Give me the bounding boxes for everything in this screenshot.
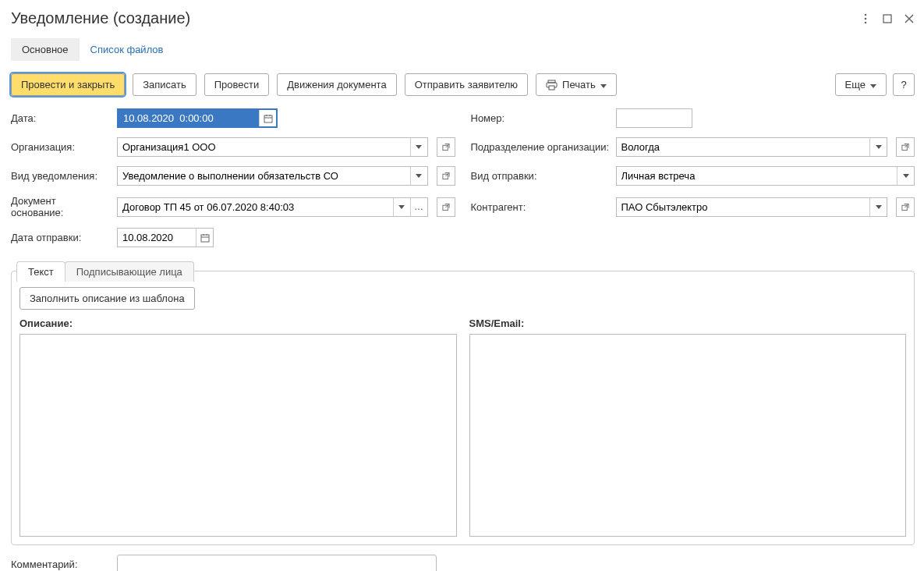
svg-rect-3 (883, 15, 891, 23)
send-to-applicant-button[interactable]: Отправить заявителю (405, 73, 528, 96)
open-icon[interactable] (437, 166, 455, 186)
svg-point-0 (865, 13, 867, 16)
open-icon[interactable] (437, 197, 455, 217)
svg-rect-7 (264, 115, 272, 122)
print-button[interactable]: Печать (536, 73, 617, 96)
svg-rect-6 (549, 86, 554, 90)
dropdown-icon[interactable] (393, 198, 410, 216)
more-label: Еще (845, 78, 866, 91)
chevron-down-icon (870, 78, 876, 91)
open-icon[interactable] (896, 197, 915, 217)
save-button[interactable]: Записать (133, 73, 196, 96)
dropdown-icon[interactable] (869, 198, 887, 216)
send-type-input[interactable] (617, 167, 897, 185)
number-input[interactable] (616, 108, 692, 128)
tab-signers[interactable]: Подписывающие лица (65, 261, 194, 282)
svg-point-2 (865, 21, 867, 23)
comment-label: Комментарий: (11, 559, 111, 570)
sms-email-label: SMS/Email: (469, 317, 907, 329)
print-label: Печать (562, 78, 596, 91)
printer-icon (546, 80, 558, 90)
dropdown-icon[interactable] (410, 167, 427, 185)
maximize-icon[interactable] (882, 13, 893, 24)
organization-label: Организация: (11, 141, 111, 153)
page-title: Уведомление (создание) (11, 9, 190, 27)
send-type-label: Вид отправки: (471, 170, 610, 182)
calendar-icon[interactable] (259, 110, 276, 126)
select-icon[interactable]: … (410, 198, 427, 216)
post-and-close-button[interactable]: Провести и закрыть (11, 73, 125, 96)
send-date-input[interactable] (118, 229, 196, 246)
movements-button[interactable]: Движения документа (277, 73, 396, 96)
calendar-icon[interactable] (196, 229, 213, 246)
description-label: Описание: (19, 317, 457, 329)
open-icon[interactable] (437, 137, 455, 157)
send-date-label: Дата отправки: (11, 232, 111, 243)
dropdown-icon[interactable] (410, 138, 427, 156)
basis-document-input[interactable] (118, 198, 393, 216)
chevron-down-icon (600, 78, 607, 91)
date-label: Дата: (11, 112, 111, 124)
nav-tab-files[interactable]: Список файлов (80, 38, 175, 61)
close-icon[interactable] (904, 13, 915, 24)
svg-point-1 (865, 17, 867, 20)
dropdown-icon[interactable] (897, 167, 914, 185)
department-label: Подразделение организации: (471, 141, 610, 153)
svg-rect-16 (201, 235, 209, 242)
fill-from-template-button[interactable]: Заполнить описание из шаблона (19, 287, 195, 310)
dropdown-icon[interactable] (869, 138, 887, 156)
description-textarea[interactable] (19, 334, 457, 537)
comment-input[interactable] (117, 555, 437, 571)
basis-document-label: Документ основание: (11, 195, 111, 218)
number-label: Номер: (471, 112, 610, 124)
more-button[interactable]: Еще (835, 73, 887, 96)
date-input[interactable] (119, 110, 259, 126)
notification-type-input[interactable] (118, 167, 410, 185)
post-button[interactable]: Провести (204, 73, 270, 96)
counterparty-label: Контрагент: (471, 201, 610, 213)
sms-email-textarea[interactable] (469, 334, 907, 537)
nav-tab-main[interactable]: Основное (11, 38, 80, 61)
tab-text[interactable]: Текст (16, 261, 65, 282)
help-button[interactable]: ? (893, 73, 915, 96)
open-icon[interactable] (896, 137, 915, 157)
counterparty-input[interactable] (617, 198, 870, 216)
organization-input[interactable] (118, 138, 410, 156)
department-input[interactable] (617, 138, 870, 156)
notification-type-label: Вид уведомления: (11, 170, 111, 182)
kebab-menu-icon[interactable] (860, 13, 871, 24)
